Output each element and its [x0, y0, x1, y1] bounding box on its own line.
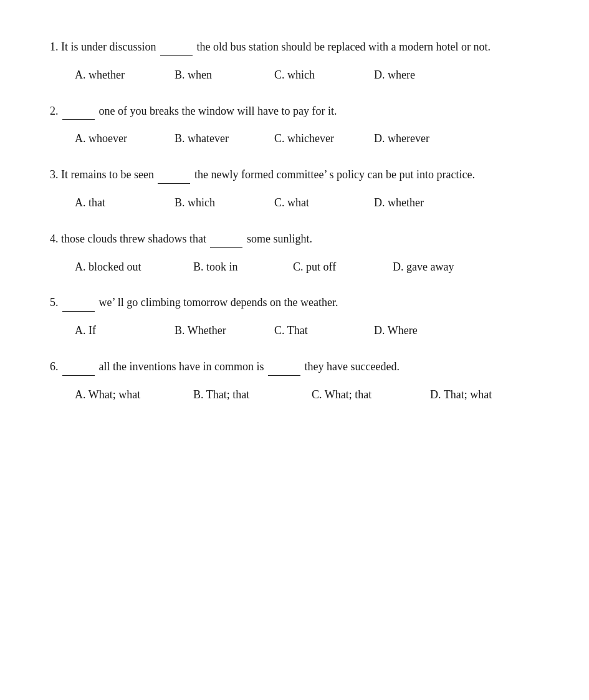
q5-option-a: A. If	[75, 322, 175, 340]
question-5: 5. we’ ll go climbing tomorrow depends o…	[50, 293, 552, 340]
q3-number: 3. It remains to be seen	[50, 168, 154, 181]
q1-blank	[160, 37, 193, 56]
q3-option-d: D. whether	[374, 194, 474, 212]
q5-number: 5.	[50, 296, 59, 309]
q2-option-d: D. wherever	[374, 130, 474, 148]
q5-blank	[62, 293, 95, 312]
question-1-text: 1. It is under discussion the old bus st…	[50, 37, 552, 56]
q6-text-after: they have succeeded.	[304, 360, 399, 373]
q2-blank	[62, 102, 95, 120]
q2-text-after: one of you breaks the window will have t…	[99, 105, 337, 117]
q5-option-c: C. That	[274, 322, 374, 340]
question-3: 3. It remains to be seen the newly forme…	[50, 165, 552, 212]
q6-options: A. What; what B. That; that C. What; tha…	[50, 386, 552, 404]
q4-option-b: B. took in	[193, 258, 293, 276]
q1-option-c: C. which	[274, 66, 374, 84]
q4-options: A. blocked out B. took in C. put off D. …	[50, 258, 552, 276]
q4-number: 4. those clouds threw shadows that	[50, 233, 206, 245]
question-2-text: 2. one of you breaks the window will hav…	[50, 102, 552, 120]
q6-blank1	[62, 357, 95, 376]
q3-option-a: A. that	[75, 194, 175, 212]
q6-text-middle: all the inventions have in common is	[99, 360, 264, 373]
q6-option-d: D. That; what	[430, 386, 548, 404]
q5-option-b: B. Whether	[175, 322, 274, 340]
q6-option-b: B. That; that	[193, 386, 312, 404]
q6-number: 6.	[50, 360, 59, 373]
question-2: 2. one of you breaks the window will hav…	[50, 102, 552, 148]
q3-text-after: the newly formed committee’ s policy can…	[194, 168, 475, 181]
q4-option-c: C. put off	[293, 258, 393, 276]
q5-text-after: we’ ll go climbing tomorrow depends on t…	[99, 296, 338, 309]
question-3-text: 3. It remains to be seen the newly forme…	[50, 165, 552, 184]
question-4: 4. those clouds threw shadows that some …	[50, 229, 552, 276]
q1-option-d: D. where	[374, 66, 474, 84]
q4-option-d: D. gave away	[393, 258, 492, 276]
q2-options: A. whoever B. whatever C. whichever D. w…	[50, 130, 552, 148]
q2-option-b: B. whatever	[175, 130, 274, 148]
q3-option-b: B. which	[175, 194, 274, 212]
q1-number: 1. It is under discussion	[50, 41, 156, 53]
question-1: 1. It is under discussion the old bus st…	[50, 37, 552, 84]
q6-option-a: A. What; what	[75, 386, 193, 404]
q3-blank	[158, 165, 190, 184]
q4-option-a: A. blocked out	[75, 258, 193, 276]
q1-option-b: B. when	[175, 66, 274, 84]
q5-option-d: D. Where	[374, 322, 474, 340]
question-4-text: 4. those clouds threw shadows that some …	[50, 229, 552, 248]
q6-blank2	[268, 357, 300, 376]
q2-option-a: A. whoever	[75, 130, 175, 148]
q2-number: 2.	[50, 105, 59, 117]
question-5-text: 5. we’ ll go climbing tomorrow depends o…	[50, 293, 552, 312]
q3-options: A. that B. which C. what D. whether	[50, 194, 552, 212]
q4-blank	[210, 229, 242, 248]
q4-text-after: some sunlight.	[247, 233, 312, 245]
question-6: 6. all the inventions have in common is …	[50, 357, 552, 404]
q3-option-c: C. what	[274, 194, 374, 212]
q1-option-a: A. whether	[75, 66, 175, 84]
q2-option-c: C. whichever	[274, 130, 374, 148]
q1-text-after: the old bus station should be replaced w…	[197, 41, 491, 53]
q1-options: A. whether B. when C. which D. where	[50, 66, 552, 84]
q5-options: A. If B. Whether C. That D. Where	[50, 322, 552, 340]
q6-option-c: C. What; that	[312, 386, 430, 404]
question-6-text: 6. all the inventions have in common is …	[50, 357, 552, 376]
